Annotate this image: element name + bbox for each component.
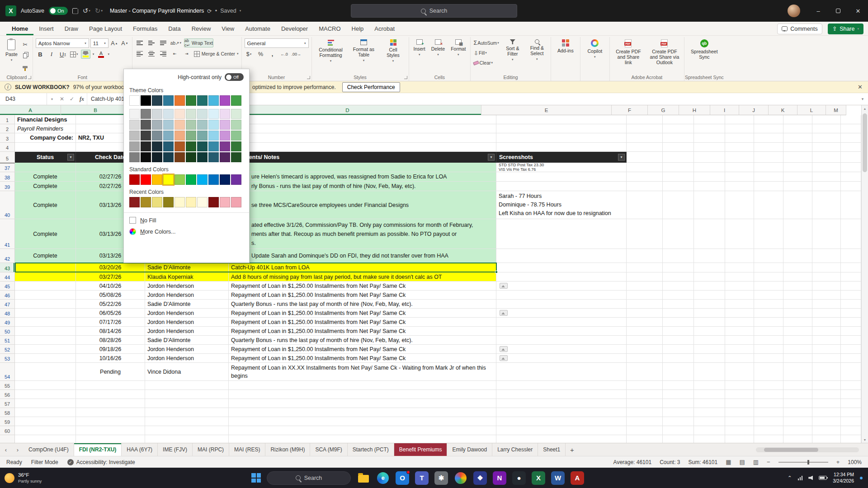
cell-g55[interactable] <box>663 381 694 390</box>
font-color-button[interactable]: A <box>96 50 105 59</box>
cell-e2[interactable] <box>496 124 627 133</box>
standard-color-swatch[interactable] <box>231 174 241 185</box>
theme-tint-swatch[interactable] <box>141 141 151 151</box>
cell-f54[interactable] <box>627 363 663 381</box>
cell-b58[interactable] <box>76 408 145 417</box>
ribbon-tab-developer[interactable]: Developer <box>276 22 313 35</box>
cell-c57[interactable] <box>145 399 229 408</box>
theme-tint-swatch[interactable] <box>197 120 208 130</box>
copy-button[interactable] <box>21 51 30 60</box>
row-number-5[interactable]: 5 <box>0 152 15 163</box>
cell-m59[interactable] <box>841 417 861 426</box>
standard-color-swatch[interactable] <box>152 174 162 185</box>
row-number-47[interactable]: 47 <box>0 300 15 309</box>
weather-widget[interactable]: 36°F Partly sunny <box>5 472 42 483</box>
cell-f50[interactable] <box>627 327 663 336</box>
theme-tint-swatch[interactable] <box>186 131 196 141</box>
styles-dialog-launcher[interactable] <box>404 76 407 79</box>
row-number-38[interactable]: 38 <box>0 172 15 182</box>
cell-l59[interactable] <box>812 417 841 426</box>
cell-f49[interactable] <box>627 318 663 327</box>
format-as-table-button[interactable]: Format as Table▾ <box>350 38 378 63</box>
page-break-view-icon[interactable]: ▥ <box>753 459 759 465</box>
close-button[interactable]: ✕ <box>848 0 868 22</box>
cell-k50[interactable] <box>783 327 812 336</box>
acrobat-icon[interactable]: A <box>571 471 584 485</box>
row-number-51[interactable]: 51 <box>0 336 15 345</box>
cell-m45[interactable] <box>841 282 861 291</box>
cell-m40[interactable] <box>841 191 861 219</box>
cell-h53[interactable] <box>694 354 725 363</box>
ribbon-tab-automate[interactable]: Automate <box>240 22 276 35</box>
theme-tint-swatch[interactable] <box>220 131 230 141</box>
cell-k2[interactable] <box>783 124 812 133</box>
theme-tint-swatch[interactable] <box>141 152 151 162</box>
maximize-button[interactable] <box>828 0 848 22</box>
insert-function-icon[interactable]: fx <box>77 93 87 105</box>
cell-i37[interactable] <box>725 163 754 172</box>
cell-m48[interactable] <box>841 309 861 318</box>
font-name-select[interactable]: Aptos Narrow▾ <box>36 38 89 48</box>
cell-c48[interactable]: Jordon Henderson <box>145 309 229 318</box>
cell-k39[interactable] <box>783 182 812 191</box>
cell-m51[interactable] <box>841 336 861 345</box>
cell-d45[interactable]: Repayment of Loan in $1,250.00 Installme… <box>229 282 496 291</box>
cell-k4[interactable] <box>783 143 812 152</box>
cell-b55[interactable] <box>76 381 145 390</box>
confirm-entry-icon[interactable]: ✓ <box>67 93 77 105</box>
theme-tint-swatch[interactable] <box>163 131 174 141</box>
cell-e60[interactable] <box>496 426 627 435</box>
conditional-formatting-button[interactable]: Conditional Formatting▾ <box>315 38 347 64</box>
cell-j47[interactable] <box>754 300 783 309</box>
cell-l52[interactable] <box>812 345 841 354</box>
ribbon-tab-insert[interactable]: Insert <box>33 22 59 35</box>
cell-g52[interactable] <box>663 345 694 354</box>
orientation-button[interactable]: ab↗▾ <box>170 38 181 47</box>
name-box[interactable]: D43 <box>0 93 47 105</box>
cell-b50[interactable]: 08/14/26 <box>76 327 145 336</box>
cell-a55[interactable] <box>15 381 76 390</box>
cell-g50[interactable] <box>663 327 694 336</box>
cell-a59[interactable] <box>15 417 76 426</box>
theme-tint-swatch[interactable] <box>163 120 174 130</box>
theme-color-swatch[interactable] <box>220 95 230 106</box>
ribbon-tab-help[interactable]: Help <box>346 22 369 35</box>
cell-g46[interactable] <box>663 291 694 300</box>
row-number-54[interactable]: 54 <box>0 363 15 381</box>
cell-e3[interactable] <box>496 133 627 143</box>
cell-h59[interactable] <box>694 417 725 426</box>
cell-j50[interactable] <box>754 327 783 336</box>
cell-a41[interactable]: Complete <box>15 219 76 249</box>
sheet-tab-mai-rpc-[interactable]: MAI (RPC) <box>193 443 229 456</box>
cell-i49[interactable] <box>725 318 754 327</box>
cell-f47[interactable] <box>627 300 663 309</box>
ribbon-tab-acrobat[interactable]: Acrobat <box>369 22 400 35</box>
cell-i2[interactable] <box>725 124 754 133</box>
cell-a45[interactable] <box>15 282 76 291</box>
comments-button[interactable]: Comments <box>777 23 822 34</box>
cell-j55[interactable] <box>754 381 783 390</box>
cell-a49[interactable] <box>15 318 76 327</box>
cell-g4[interactable] <box>663 143 694 152</box>
saved-status[interactable]: Saved <box>220 8 236 14</box>
zoom-in-icon[interactable]: + <box>836 459 840 465</box>
cell-i39[interactable] <box>725 182 754 191</box>
merge-center-button[interactable]: Merge & Center▾ <box>194 49 239 58</box>
theme-tint-swatch[interactable] <box>231 109 241 119</box>
row-number-44[interactable]: 44 <box>0 272 15 282</box>
cell-j53[interactable] <box>754 354 783 363</box>
cell-d55[interactable] <box>229 381 496 390</box>
cell-c53[interactable]: Jordon Henderson <box>145 354 229 363</box>
theme-color-swatch[interactable] <box>197 95 208 106</box>
check-performance-button[interactable]: Check Performance <box>342 82 400 92</box>
scroll-down-icon[interactable]: ▼ <box>862 436 868 443</box>
copilot-button[interactable]: Copilot▾ <box>583 38 607 74</box>
cell-c58[interactable] <box>145 408 229 417</box>
start-button[interactable] <box>251 473 261 483</box>
cell-i45[interactable] <box>725 282 754 291</box>
cell-k53[interactable] <box>783 354 812 363</box>
cell-f40[interactable] <box>627 191 663 219</box>
cell-k54[interactable] <box>783 363 812 381</box>
theme-tint-swatch[interactable] <box>208 141 219 151</box>
cell-l51[interactable] <box>812 336 841 345</box>
